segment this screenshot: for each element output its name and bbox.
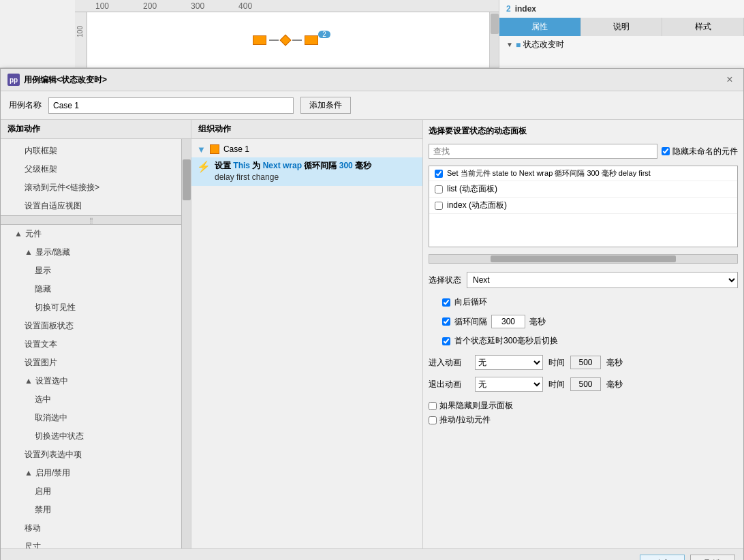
delay-label: 首个状态延时300毫秒后切换 bbox=[454, 335, 558, 347]
exit-time-input[interactable] bbox=[570, 377, 601, 391]
dialog-name-row: 用例名称 添加条件 bbox=[1, 91, 743, 119]
list-item: 滚动到元件<链接接> bbox=[1, 178, 191, 197]
action-item-hide[interactable]: 隐藏 bbox=[1, 282, 191, 296]
list-item: 取消选中 bbox=[1, 409, 191, 427]
panel-list-item-0[interactable]: Set 当前元件 state to Next wrap 循环间隔 300 毫秒 … bbox=[429, 166, 737, 181]
action-item-parent-frame[interactable]: 父级框架 bbox=[1, 162, 191, 176]
show-if-hidden-label: 如果隐藏则显示面板 bbox=[439, 400, 513, 411]
dialog-title-text: 用例编辑<状态改变时> bbox=[24, 74, 107, 86]
tab-style[interactable]: 样式 bbox=[662, 18, 744, 36]
delay-row: 首个状态延时300毫秒后切换 bbox=[429, 334, 738, 348]
show-if-hidden-checkbox[interactable] bbox=[429, 402, 437, 410]
list-item: 设置文本 bbox=[1, 335, 191, 354]
mid-action-item[interactable]: ⚡ 设置 This 为 Next wrap 循环间隔 300 毫秒 delay … bbox=[191, 157, 422, 186]
enter-time-input[interactable] bbox=[570, 356, 601, 369]
left-vscroll-thumb bbox=[183, 159, 191, 200]
main-dialog: pp 用例编辑<状态改变时> × 用例名称 添加条件 添加动作 内联框架 父级框… bbox=[0, 68, 744, 560]
action-item-size[interactable]: 尺寸 bbox=[1, 540, 191, 548]
panel-checkbox-2[interactable] bbox=[435, 202, 443, 210]
state-select-label: 选择状态 bbox=[429, 275, 461, 286]
action-subtitle: delay first change bbox=[215, 172, 279, 182]
list-item: 尺寸 bbox=[1, 538, 191, 548]
panel-item-label-2: index (动态面板) bbox=[447, 200, 507, 211]
action-item-enable[interactable]: 启用 bbox=[1, 484, 191, 499]
add-condition-button[interactable]: 添加条件 bbox=[300, 97, 351, 114]
action-item-set-selected[interactable]: ▲设置选中 bbox=[1, 374, 191, 388]
case-label: Case 1 bbox=[223, 144, 249, 154]
arrow-icon: ▲ bbox=[25, 468, 33, 478]
panel-list-item-1[interactable]: list (动态面板) bbox=[429, 181, 737, 198]
push-pull-checkbox[interactable] bbox=[429, 416, 437, 424]
left-vscroll[interactable] bbox=[181, 139, 191, 548]
divider-handle[interactable]: ⣿ bbox=[1, 215, 181, 225]
comp-box-1 bbox=[253, 35, 266, 45]
action-item-set-image[interactable]: 设置图片 bbox=[1, 356, 191, 370]
forward-cycle-label: 向后循环 bbox=[454, 296, 487, 308]
right-panel-header: 2 index bbox=[499, 0, 744, 18]
state-icon: ■ bbox=[516, 40, 521, 50]
left-action-list[interactable]: 内联框架 父级框架 滚动到元件<链接接> 设置自适应视图 ⣿ ▲元件 bbox=[1, 139, 191, 548]
action-item-deselect[interactable]: 取消选中 bbox=[1, 411, 191, 425]
cancel-button[interactable]: 取消 bbox=[690, 555, 735, 560]
ruler-marks: 100 200 300 400 bbox=[75, 1, 252, 11]
action-item-select[interactable]: 选中 bbox=[1, 392, 191, 407]
panel-list-item-2[interactable]: index (动态面板) bbox=[429, 198, 737, 214]
connector-1 bbox=[269, 40, 279, 41]
action-item-show[interactable]: 显示 bbox=[1, 264, 191, 278]
panel-search-input[interactable] bbox=[429, 144, 657, 159]
list-item: 设置面板状态 bbox=[1, 317, 191, 335]
action-item-adaptive[interactable]: 设置自适应视图 bbox=[1, 199, 191, 213]
index-title: index bbox=[515, 4, 536, 14]
canvas-vscroll[interactable] bbox=[489, 12, 499, 67]
exit-anim-select[interactable]: 无 bbox=[475, 377, 543, 392]
list-item: 设置自适应视图 bbox=[1, 197, 191, 215]
action-item-set-panel-state[interactable]: 设置面板状态 bbox=[1, 319, 191, 333]
delay-checkbox[interactable] bbox=[442, 337, 450, 345]
hide-unnamed-checkbox[interactable] bbox=[662, 147, 670, 155]
interval-row: 循环间隔 毫秒 bbox=[429, 313, 738, 330]
tab-description[interactable]: 说明 bbox=[581, 18, 663, 36]
arrow-icon: ▲ bbox=[25, 376, 33, 386]
action-item-set-list-item[interactable]: 设置列表选中项 bbox=[1, 448, 191, 462]
action-item-move[interactable]: 移动 bbox=[1, 521, 191, 535]
action-item-disable[interactable]: 禁用 bbox=[1, 503, 191, 517]
interval-label: 循环间隔 bbox=[454, 316, 487, 328]
left-panel-header: 添加动作 bbox=[1, 120, 191, 139]
dialog-body: 添加动作 内联框架 父级框架 滚动到元件<链接接> 设置自适应视图 bbox=[1, 119, 743, 548]
action-item-toggle-select[interactable]: 切换选中状态 bbox=[1, 429, 191, 444]
arrow-icon: ▲ bbox=[14, 229, 22, 238]
canvas-vscroll-thumb bbox=[491, 14, 499, 34]
exit-anim-label: 退出动画 bbox=[429, 379, 469, 390]
panel-checkbox-0[interactable] bbox=[435, 170, 443, 178]
list-item: 切换选中状态 bbox=[1, 427, 191, 446]
tab-properties[interactable]: 属性 bbox=[499, 18, 581, 36]
panel-checkbox-1[interactable] bbox=[435, 185, 443, 193]
confirm-button[interactable]: 确定 bbox=[640, 555, 685, 560]
panel-item-label-1: list (动态面板) bbox=[447, 183, 497, 195]
case-expand-icon: ▼ bbox=[197, 144, 206, 155]
case-name-label: 用例名称 bbox=[9, 99, 42, 111]
enter-anim-select[interactable]: 无 bbox=[475, 355, 543, 370]
list-item: 选中 bbox=[1, 390, 191, 409]
right-config-panel: 选择要设置状态的动态面板 隐藏未命名的元件 Set 当前元件 state to … bbox=[423, 120, 743, 548]
action-item-inline-frame[interactable]: 内联框架 bbox=[1, 144, 191, 158]
dialog-close-button[interactable]: × bbox=[723, 73, 737, 87]
state-dropdown[interactable]: Next Previous First Last bbox=[467, 272, 738, 288]
action-item-show-hide[interactable]: ▲显示/隐藏 bbox=[1, 245, 191, 260]
mid-action-list: ▼ Case 1 ⚡ 设置 This 为 Next wrap 循环间隔 300 … bbox=[191, 139, 422, 548]
case-name-input[interactable] bbox=[48, 97, 294, 114]
action-item-toggle-visibility[interactable]: 切换可见性 bbox=[1, 300, 191, 315]
list-item: 内联框架 bbox=[1, 142, 191, 160]
exit-unit: 毫秒 bbox=[606, 379, 623, 390]
interval-input[interactable] bbox=[491, 315, 525, 328]
action-item-component[interactable]: ▲元件 bbox=[1, 227, 191, 241]
state-select-row: 选择状态 Next Previous First Last bbox=[429, 272, 738, 288]
pp-logo-icon: pp bbox=[7, 74, 20, 86]
panel-hscroll[interactable] bbox=[429, 254, 738, 264]
interval-checkbox[interactable] bbox=[442, 317, 450, 326]
action-item-scroll[interactable]: 滚动到元件<链接接> bbox=[1, 181, 191, 195]
mid-panel: 组织动作 ▼ Case 1 ⚡ 设置 This 为 Next wrap 循环间隔… bbox=[191, 120, 423, 548]
action-item-enable-disable[interactable]: ▲启用/禁用 bbox=[1, 466, 191, 480]
action-item-set-text[interactable]: 设置文本 bbox=[1, 337, 191, 352]
forward-cycle-checkbox[interactable] bbox=[442, 298, 450, 307]
